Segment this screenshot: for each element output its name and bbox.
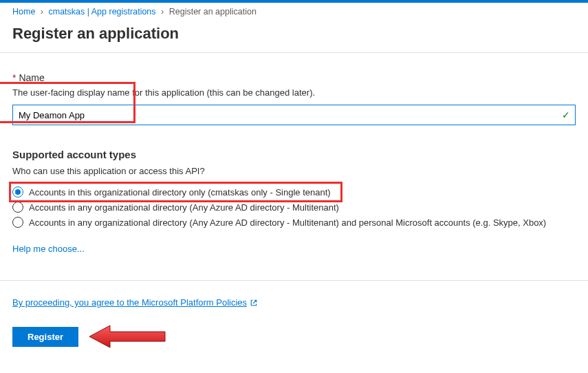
breadcrumb-app-registrations[interactable]: cmatskas | App registrations (48, 7, 155, 17)
help-me-choose-link[interactable]: Help me choose... (12, 244, 85, 254)
breadcrumb-current: Register an application (169, 7, 257, 17)
radio-label: Accounts in any organizational directory… (29, 202, 339, 213)
name-label: *Name (12, 72, 576, 83)
platform-policies-link[interactable]: By proceeding, you agree to the Microsof… (12, 297, 258, 308)
radio-multitenant-personal[interactable]: Accounts in any organizational directory… (12, 215, 576, 230)
breadcrumb: Home › cmatskas | App registrations › Re… (0, 3, 588, 19)
chevron-right-icon: › (158, 7, 166, 17)
register-button[interactable]: Register (12, 327, 78, 347)
svg-marker-0 (89, 326, 165, 348)
app-name-input[interactable] (12, 105, 576, 125)
radio-icon (12, 202, 23, 213)
radio-label: Accounts in any organizational directory… (29, 217, 546, 228)
required-asterisk: * (12, 72, 16, 83)
chevron-right-icon: › (38, 7, 46, 17)
account-types-heading: Supported account types (12, 149, 576, 160)
name-help-text: The user-facing display name for this ap… (12, 87, 576, 98)
account-types-help: Who can use this application or access t… (12, 166, 576, 176)
radio-label: Accounts in this organizational director… (29, 187, 331, 198)
radio-icon (12, 217, 23, 228)
breadcrumb-home[interactable]: Home (12, 7, 35, 17)
radio-icon (12, 186, 23, 198)
external-link-icon (250, 299, 258, 307)
checkmark-icon: ✓ (562, 109, 570, 120)
annotation-arrow (89, 323, 172, 350)
radio-multitenant[interactable]: Accounts in any organizational directory… (12, 200, 576, 215)
page-title: Register an application (0, 19, 588, 52)
radio-single-tenant[interactable]: Accounts in this organizational director… (12, 184, 576, 200)
